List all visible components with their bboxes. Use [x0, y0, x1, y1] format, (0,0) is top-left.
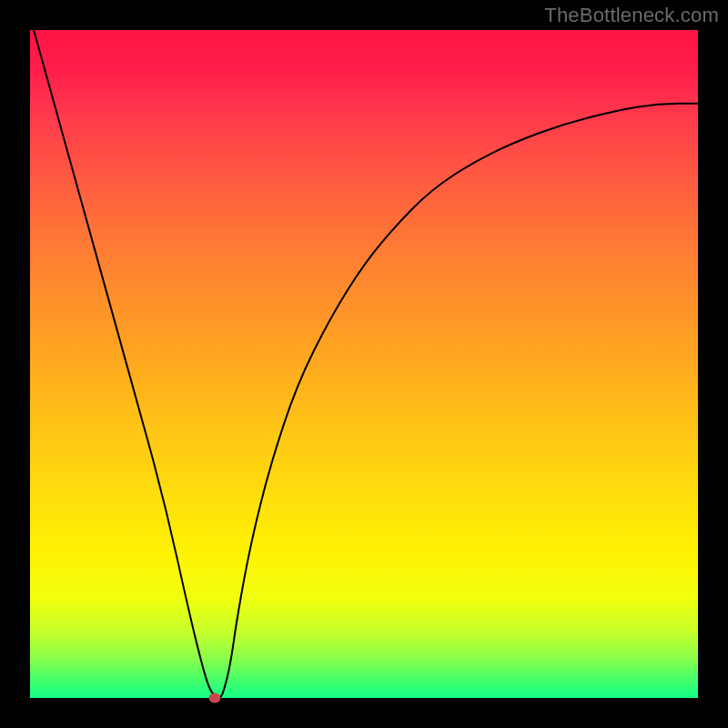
watermark-text: TheBottleneck.com	[544, 4, 719, 27]
chart-frame: TheBottleneck.com	[0, 0, 728, 728]
chart-svg	[30, 30, 698, 698]
bottleneck-curve-line	[30, 30, 698, 698]
optimum-marker-dot	[208, 693, 220, 703]
